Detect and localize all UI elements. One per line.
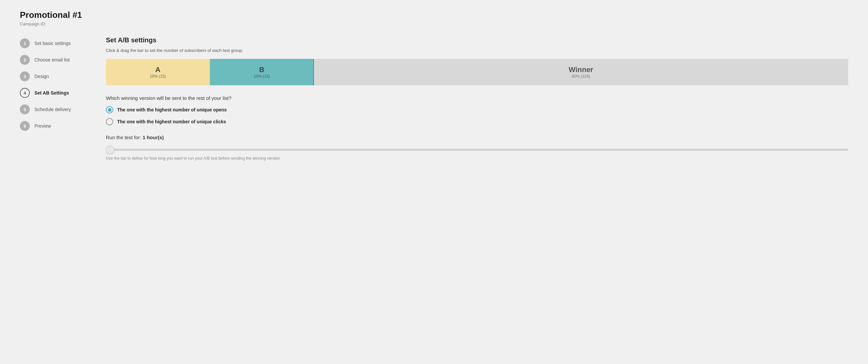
radio-label-clicks: The one with the highest number of uniqu… xyxy=(117,119,226,124)
radio-option-opens[interactable]: The one with the highest number of uniqu… xyxy=(106,106,848,113)
step-circle-2: 2 xyxy=(20,55,30,65)
step-circle-1: 1 xyxy=(20,38,30,48)
section-subtitle: Click & drag the bar to set the number o… xyxy=(106,48,848,53)
ab-b-percentage: 10% (15) xyxy=(254,74,270,79)
page-header: Promotional #1 Campaign ID: xyxy=(20,10,848,27)
main-layout: 1 Set basic settings 2 Choose email list… xyxy=(20,36,848,161)
ab-winner-label: Winner xyxy=(568,65,593,74)
step-circle-4: 4 xyxy=(20,88,30,98)
ab-a-percentage: 10% (15) xyxy=(150,74,166,79)
radio-label-opens: The one with the highest number of uniqu… xyxy=(117,107,227,112)
main-content: Set A/B settings Click & drag the bar to… xyxy=(106,36,848,161)
sidebar-item-3[interactable]: 3 Design xyxy=(20,71,86,81)
radio-group: The one with the highest number of uniqu… xyxy=(106,106,848,125)
sidebar-item-label-5: Schedule delivery xyxy=(34,107,71,112)
ab-b-label: B xyxy=(259,65,265,74)
test-duration-slider[interactable] xyxy=(106,149,848,151)
radio-circle-clicks[interactable] xyxy=(106,118,113,125)
ab-bar[interactable]: A 10% (15) B 10% (15) Winner 80% (124) xyxy=(106,59,848,85)
step-circle-3: 3 xyxy=(20,71,30,81)
run-test-label: Run the test for: 1 hour(s) xyxy=(106,135,848,140)
sidebar-item-4[interactable]: 4 Set AB Settings xyxy=(20,88,86,98)
step-circle-6: 6 xyxy=(20,121,30,131)
sidebar-item-label-2: Choose email list xyxy=(34,57,70,63)
ab-a-label: A xyxy=(155,65,160,74)
radio-option-clicks[interactable]: The one with the highest number of uniqu… xyxy=(106,118,848,125)
sidebar: 1 Set basic settings 2 Choose email list… xyxy=(20,36,86,161)
sidebar-item-5[interactable]: 5 Schedule delivery xyxy=(20,104,86,114)
sidebar-item-6[interactable]: 6 Preview xyxy=(20,121,86,131)
sidebar-item-label-1: Set basic settings xyxy=(34,41,71,46)
test-duration-slider-container xyxy=(106,146,848,152)
slider-hint: Use the bar to define for how long you w… xyxy=(106,156,848,161)
ab-winner-percentage: 80% (124) xyxy=(572,74,590,79)
ab-segment-winner: Winner 80% (124) xyxy=(314,59,848,85)
sidebar-item-2[interactable]: 2 Choose email list xyxy=(20,55,86,65)
sidebar-item-1[interactable]: 1 Set basic settings xyxy=(20,38,86,48)
ab-segment-b: B 10% (15) xyxy=(210,59,314,85)
sidebar-item-label-3: Design xyxy=(34,74,49,79)
ab-segment-a: A 10% (15) xyxy=(106,59,210,85)
step-circle-5: 5 xyxy=(20,104,30,114)
radio-circle-opens[interactable] xyxy=(106,106,113,113)
sidebar-item-label-4: Set AB Settings xyxy=(34,90,69,96)
winning-question: Which winning version will be sent to th… xyxy=(106,95,848,101)
sidebar-item-label-6: Preview xyxy=(34,123,51,129)
section-title: Set A/B settings xyxy=(106,36,848,44)
campaign-id-label: Campaign ID: xyxy=(20,22,848,27)
page-title: Promotional #1 xyxy=(20,10,848,20)
